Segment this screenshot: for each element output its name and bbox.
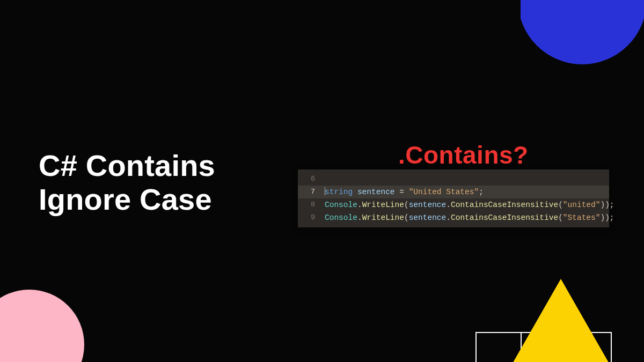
headline-line-2: Ignore Case (39, 183, 215, 217)
code-line: 8Console.WriteLine(sentence.ContainsCase… (298, 198, 609, 211)
code-line: 7string sentence = "United States"; (298, 186, 609, 198)
contains-annotation: .Contains? (398, 141, 529, 169)
headline: C# Contains Ignore Case (39, 149, 215, 216)
code-line: 6 (298, 173, 609, 186)
line-number: 9 (303, 212, 315, 224)
code-content: string sentence = "United States"; (325, 186, 484, 198)
line-number: 7 (303, 186, 315, 198)
code-line: 9Console.WriteLine(sentence.ContainsCase… (298, 211, 609, 224)
code-content: Console.WriteLine(sentence.ContainsCaseI… (325, 212, 614, 224)
line-number: 6 (303, 173, 315, 185)
blue-quarter-circle-shape (518, 0, 644, 64)
pink-circle-shape (0, 290, 84, 362)
line-number: 8 (303, 199, 315, 211)
code-snippet-panel: 67string sentence = "United States";8Con… (298, 169, 609, 227)
code-content: Console.WriteLine(sentence.ContainsCaseI… (325, 199, 614, 211)
yellow-triangle-shape (507, 279, 614, 362)
headline-line-1: C# Contains (39, 149, 215, 183)
